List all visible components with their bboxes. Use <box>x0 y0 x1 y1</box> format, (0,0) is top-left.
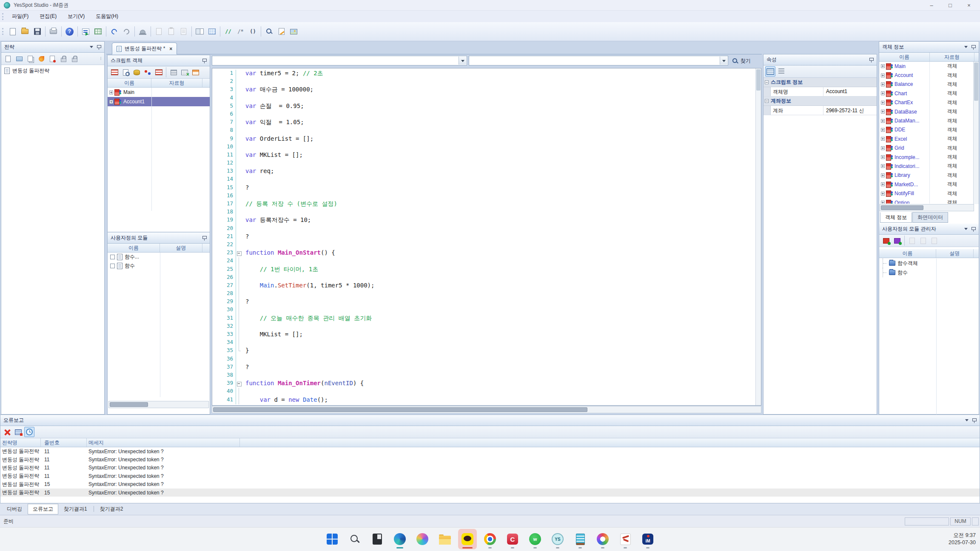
taskbar-copilot-button[interactable] <box>413 529 432 549</box>
object-info-row[interactable]: Library객체 <box>879 171 979 180</box>
column-header-desc[interactable]: 설명 <box>160 244 202 252</box>
taskbar-naver-band-button[interactable] <box>526 529 544 549</box>
parentheses-button[interactable] <box>247 26 259 37</box>
pin-icon[interactable] <box>869 57 874 62</box>
object-info-row[interactable]: Indicatori...객체 <box>879 162 979 170</box>
unlock-button[interactable] <box>69 54 80 64</box>
library-button[interactable] <box>168 67 179 77</box>
categorized-view-button[interactable] <box>765 66 775 77</box>
find-button[interactable] <box>263 26 275 37</box>
taskbar-explorer-button[interactable] <box>436 529 454 549</box>
taskbar-edge-button[interactable] <box>390 529 409 549</box>
expand-icon[interactable] <box>881 110 885 114</box>
object-info-row[interactable]: DataBase객체 <box>879 107 979 116</box>
error-row[interactable]: 변동성 돌파전략11SyntaxError: Unexpected token … <box>0 455 980 463</box>
column-header-name[interactable]: 이름 <box>108 79 151 87</box>
fold-marker[interactable] <box>236 257 242 265</box>
fold-marker[interactable] <box>236 298 242 306</box>
open-strategy-button[interactable] <box>14 54 24 64</box>
expand-icon[interactable] <box>881 146 885 150</box>
redo-button[interactable] <box>121 26 132 37</box>
show-time-button[interactable] <box>24 427 34 437</box>
tab-object-info[interactable]: 객체 정보 <box>880 212 912 223</box>
object-info-row[interactable]: DDE객체 <box>879 125 979 134</box>
expand-icon[interactable] <box>109 100 113 104</box>
expand-icon[interactable] <box>881 119 885 123</box>
split-view-button[interactable] <box>194 26 205 37</box>
object-info-vscrollbar[interactable] <box>973 62 979 204</box>
expand-icon[interactable] <box>881 64 885 68</box>
object-combobox[interactable] <box>212 56 467 65</box>
fold-marker[interactable] <box>236 249 242 257</box>
script-object-row[interactable]: Main <box>108 88 210 97</box>
pin-icon[interactable] <box>971 227 976 232</box>
expand-icon[interactable] <box>881 182 885 186</box>
chevron-down-icon[interactable] <box>459 57 466 65</box>
event-combobox[interactable] <box>469 56 728 65</box>
error-row[interactable]: 변동성 돌파전략11SyntaxError: Unexpected token … <box>0 472 980 480</box>
scrollbar-thumb[interactable] <box>881 205 923 210</box>
user-modules-hscrollbar[interactable] <box>108 401 209 408</box>
user-module-row[interactable]: 함수... <box>108 253 210 261</box>
scrollbar-thumb[interactable] <box>756 69 761 91</box>
object-info-row[interactable]: Grid객체 <box>879 144 979 153</box>
database-button[interactable] <box>131 67 142 77</box>
object-info-row[interactable]: DataMan...객체 <box>879 116 979 125</box>
object-info-row[interactable]: Excel객체 <box>879 134 979 143</box>
taskbar-paint-button[interactable] <box>593 529 612 549</box>
grid-red-button[interactable] <box>109 67 120 77</box>
column-header-message[interactable]: 메세지 <box>87 438 240 447</box>
column-header-line[interactable]: 줄번호 <box>41 438 87 447</box>
module-manager-row[interactable]: 함수객체 <box>879 258 979 268</box>
expand-icon[interactable] <box>881 91 885 95</box>
fold-marker[interactable] <box>236 323 242 331</box>
collapse-icon[interactable] <box>964 228 968 232</box>
save-button[interactable] <box>31 26 43 37</box>
find-doc-button[interactable] <box>120 67 131 77</box>
pin-icon[interactable] <box>202 236 207 241</box>
taskbar-yesstock-button[interactable] <box>548 529 567 549</box>
checkbox[interactable] <box>110 264 115 268</box>
expand-icon[interactable] <box>881 137 885 141</box>
fold-marker[interactable] <box>236 331 242 339</box>
object-info-row[interactable]: Chart객체 <box>879 89 979 98</box>
pin-icon[interactable] <box>972 418 977 423</box>
find-button[interactable]: 찾기 <box>732 57 751 65</box>
error-row[interactable]: 변동성 돌파전략11SyntaxError: Unexpected token … <box>0 464 980 472</box>
collapse-icon[interactable] <box>90 46 93 50</box>
fold-marker[interactable] <box>236 347 242 355</box>
column-header-name[interactable]: 이름 <box>108 244 160 252</box>
error-row[interactable]: 변동성 돌파전략11SyntaxError: Unexpected token … <box>0 447 980 455</box>
fold-marker[interactable] <box>236 339 242 347</box>
expand-icon[interactable] <box>881 82 885 86</box>
block-comment-button[interactable] <box>235 26 246 37</box>
fold-marker[interactable] <box>236 274 242 282</box>
column-header-name[interactable]: 이름 <box>879 249 936 258</box>
bottom-tab-0[interactable]: 디버깅 <box>2 504 27 514</box>
menu-item-2[interactable]: 보기(V) <box>62 11 90 21</box>
fold-marker[interactable] <box>236 380 242 388</box>
taskbar-hancom-button[interactable] <box>616 529 635 549</box>
expand-icon[interactable] <box>109 91 113 94</box>
fold-marker[interactable] <box>236 388 242 396</box>
tab-screen-data[interactable]: 화면데이터 <box>912 212 948 223</box>
maximize-button[interactable]: □ <box>941 0 960 11</box>
error-row[interactable]: 변동성 돌파전략15SyntaxError: Unexpected token … <box>0 480 980 489</box>
taskbar-kakaotalk-button[interactable] <box>458 529 477 549</box>
fold-marker[interactable] <box>236 396 242 404</box>
expand-icon[interactable] <box>881 74 885 77</box>
window-button[interactable] <box>191 67 201 77</box>
tab-close-icon[interactable]: × <box>169 46 172 52</box>
menu-item-0[interactable]: 파일(F) <box>6 11 34 21</box>
expand-icon[interactable] <box>881 201 885 204</box>
property-value[interactable]: Account1 <box>823 87 877 96</box>
undo-button[interactable] <box>108 26 120 37</box>
object-info-row[interactable]: Option객체 <box>879 198 979 204</box>
object-info-row[interactable]: Main객체 <box>879 62 979 71</box>
help-button[interactable] <box>64 26 75 37</box>
lock-button[interactable] <box>58 54 68 64</box>
bottom-tab-2[interactable]: 찾기결과1 <box>59 504 92 514</box>
copy-strategy-button[interactable] <box>25 54 35 64</box>
object-info-row[interactable]: Balance객체 <box>879 80 979 89</box>
collapse-box-icon[interactable] <box>765 99 769 103</box>
